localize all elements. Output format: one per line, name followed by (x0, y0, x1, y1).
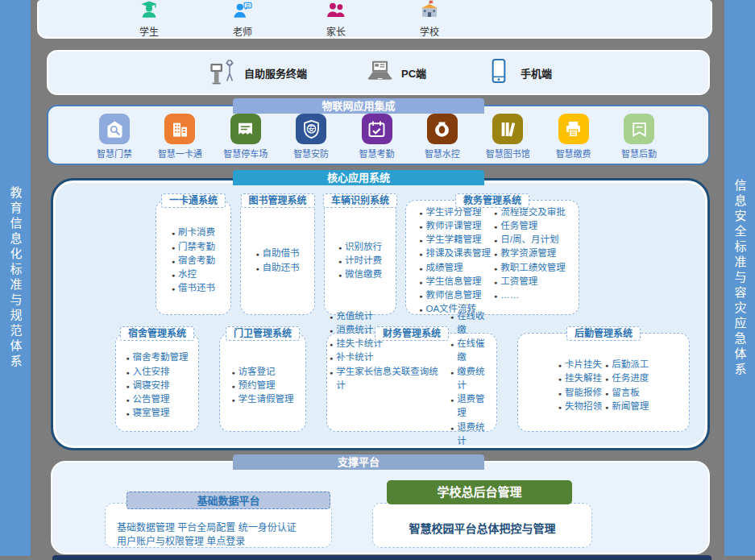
system-item-column: ●卡片挂失●挂失解挂●智能报修●失物招领 (558, 358, 602, 413)
bullet-icon: ● (419, 279, 422, 288)
system-item: ●后勤派工 (605, 358, 649, 371)
bullet-icon: ● (338, 272, 342, 280)
system-item: ●宿舍考勤管理 (126, 351, 188, 364)
system-box-columns: ●刷卡消费●门禁考勤●宿舍考勤●水控●借书还书 (172, 226, 215, 295)
parents-icon (325, 0, 347, 23)
system-item-label: 教学资源管理 (500, 247, 556, 260)
user-label: 老师 (233, 24, 252, 38)
support-section-banner: 支撑平台 (233, 454, 484, 470)
bullet-icon: ● (450, 341, 454, 350)
device-label: 手机端 (521, 65, 552, 81)
bullet-icon: ● (450, 425, 454, 433)
system-item-label: 学生学籍管理 (426, 233, 482, 247)
basic-data-platform-line-2: 用户账户与权限管理 单点登录 (117, 535, 331, 549)
system-item-column: ●刷卡消费●门禁考勤●宿舍考勤●水控●借书还书 (172, 226, 215, 295)
system-item-label: 宿舍考勤管理 (133, 351, 189, 364)
bullet-icon: ● (605, 362, 608, 371)
core-systems-row-2: 宿舍管理系统●宿舍考勤管理●入住安排●调寝安排●公告管理●寝室管理门卫管理系统●… (115, 333, 690, 432)
system-item-label: 挂失解挂 (565, 371, 602, 385)
bullet-icon: ● (605, 404, 608, 413)
iot-item-label: 智慧一卡通 (158, 147, 202, 160)
system-item: ●教师评课管理 (419, 219, 491, 233)
bullet-icon: ● (494, 209, 497, 218)
system-item-label: 卡片挂失 (565, 358, 602, 371)
left-standards-rail: 教育信息化标准与规范体系 (0, 0, 31, 556)
system-item-label: …… (500, 288, 519, 302)
system-item-label: 新闻管理 (612, 400, 649, 413)
bullet-icon: ● (172, 244, 175, 253)
system-box-title: 教务管理系统 (455, 193, 529, 208)
system-item-label: 排课及课表管理 (426, 247, 492, 260)
bullet-icon: ● (419, 292, 422, 301)
iot-item: 智慧一卡通 (149, 114, 210, 160)
system-item-label: 门禁考勤 (178, 240, 215, 254)
system-item: ●卡片挂失 (558, 358, 602, 371)
system-item-label: 刷卡消费 (178, 226, 215, 239)
system-item: ●留言板 (605, 386, 649, 400)
system-item-label: 任务进度 (612, 371, 649, 385)
system-box-title: 图书管理系统 (240, 193, 314, 208)
bullet-icon: ● (494, 223, 497, 232)
bullet-icon: ● (126, 383, 129, 392)
bullet-icon: ● (494, 279, 497, 288)
iot-item-label: 智慧停车场 (223, 147, 268, 160)
bullet-icon: ● (558, 390, 562, 399)
system-item-label: 自助借书 (263, 247, 300, 260)
bullet-icon: ● (126, 410, 129, 419)
system-box-columns: ●自助借书●自助还书 (255, 247, 299, 275)
iot-section-banner: 物联网应用集成 (233, 98, 484, 114)
system-item: ●…… (494, 288, 566, 302)
iot-item-label: 智慧水控 (425, 147, 460, 160)
system-item-label: 成绩管理 (426, 261, 463, 275)
system-item-column: ●充值统计●消费统计●挂失卡统计●补卡统计●学生家长信息关联查询统计 (330, 309, 447, 393)
system-box: 门卫管理系统●访客登记●预约管理●学生请假管理 (219, 333, 306, 432)
iot-panel: 智慧门禁智慧一卡通智慧停车场安智慧安防智慧考勤智慧水控智慧图书馆智慧缴费智慧后勤 (47, 105, 710, 165)
system-box-title: 后勤管理系统 (566, 326, 641, 341)
system-item: ●成绩管理 (419, 261, 491, 275)
parking-icon (230, 114, 261, 144)
system-item-label: 学生家长信息关联查询统计 (336, 365, 447, 393)
bullet-icon: ● (231, 369, 234, 378)
system-item: ●缴费统计 (450, 365, 494, 393)
system-item-label: 在线收缴 (457, 309, 494, 338)
system-item: ●自助还书 (255, 261, 299, 275)
system-item-label: 留言板 (612, 386, 640, 400)
student-icon (138, 0, 160, 23)
system-item: ●入住安排 (126, 365, 188, 379)
bullet-icon: ● (558, 362, 562, 371)
bullet-icon: ● (494, 251, 497, 259)
device-item: PC端 (365, 56, 426, 89)
payment-icon (558, 114, 589, 144)
user-item: 学生 (121, 0, 177, 38)
system-item-label: 公告管理 (133, 392, 170, 406)
security-icon: 安 (296, 114, 326, 144)
system-box-columns: ●宿舍考勤管理●入住安排●调寝安排●公告管理●寝室管理 (126, 351, 188, 420)
system-item-label: 预约管理 (239, 379, 276, 392)
bullet-icon: ● (450, 396, 454, 405)
system-item: ●微信缴费 (338, 268, 382, 281)
system-item: ●挂失解挂 (558, 371, 602, 385)
bullet-icon: ● (172, 258, 175, 267)
system-box: 图书管理系统●自助借书●自助还书 (240, 200, 315, 315)
bottom-edge-bar (52, 555, 711, 560)
right-standards-rail: 信息安全标准与容灾应急体系 (724, 0, 755, 556)
system-box: 车辆识别系统●识别放行●计时计费●微信缴费 (324, 200, 396, 315)
left-rail-label: 教育信息化标准与规范体系 (7, 186, 24, 370)
bullet-icon: ● (605, 375, 608, 384)
bullet-icon: ● (605, 390, 608, 399)
school-backend-desc: 智慧校园平台总体把控与管理 (409, 520, 556, 536)
system-item-label: 工资管理 (500, 275, 537, 288)
iot-items-row: 智慧门禁智慧一卡通智慧停车场安智慧安防智慧考勤智慧水控智慧图书馆智慧缴费智慧后勤 (48, 106, 708, 160)
device-item: 自助服务终端 (208, 56, 307, 89)
bullet-icon: ● (330, 313, 333, 322)
iot-item: 智慧缴费 (543, 114, 604, 160)
bullet-icon: ● (558, 375, 562, 384)
bullet-icon: ● (419, 251, 422, 259)
bullet-icon: ● (231, 383, 234, 392)
device-label: 自助服务终端 (244, 65, 307, 81)
smart-campus-architecture-diagram: 教育信息化标准与规范体系 信息安全标准与容灾应急体系 学生老师家长学校 自助服务… (0, 0, 755, 560)
system-item: ●公告管理 (126, 392, 188, 406)
system-item-label: 教师信息管理 (426, 288, 482, 302)
bullet-icon: ● (419, 265, 422, 274)
system-item: ●宿舍考勤 (172, 254, 215, 268)
